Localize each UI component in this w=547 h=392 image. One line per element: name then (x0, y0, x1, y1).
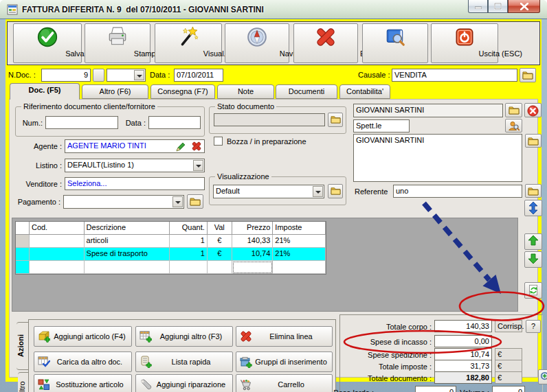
totals-detail-button[interactable] (538, 369, 547, 384)
referente-field[interactable]: uno (393, 185, 522, 198)
listino-combo[interactable]: DEFAULT(Listino 1) (65, 159, 205, 172)
navigator-button[interactable]: Navigatore (225, 23, 289, 63)
tab-note[interactable]: Note (217, 84, 274, 99)
minimize-button[interactable] (468, 0, 488, 13)
row-selector[interactable] (16, 248, 30, 261)
exit-button[interactable]: Uscita (ESC) (431, 23, 498, 63)
totale-corpo-field[interactable]: 140,33 (434, 320, 492, 332)
visualizzazione-lookup-button[interactable] (328, 184, 343, 198)
move-row-button[interactable] (524, 200, 542, 216)
cell-quant[interactable]: 1 (170, 248, 208, 261)
cell-quant[interactable] (170, 261, 208, 274)
col-prezzo[interactable]: Prezzo (232, 222, 274, 235)
ndoc-series-combo[interactable] (107, 69, 146, 82)
venditore-field[interactable]: Seleziona... (65, 177, 205, 190)
cell-descrizione[interactable]: Spese di trasporto (85, 248, 170, 261)
chevron-down-icon[interactable] (134, 70, 144, 80)
customer-lookup-button[interactable] (505, 103, 522, 117)
maximize-button[interactable] (488, 0, 508, 13)
other-button[interactable]: Altro (362, 23, 428, 63)
chevron-down-icon[interactable] (172, 196, 183, 207)
exit-button-label: Uscita (ESC) (432, 49, 522, 58)
rif-data-field[interactable] (148, 116, 201, 129)
ndoc-field[interactable]: 9 (41, 69, 91, 82)
refresh-lines-button[interactable] (524, 282, 542, 299)
add-article-button[interactable]: Aggiungi articolo (F4) (34, 326, 132, 347)
close-button[interactable] (508, 0, 540, 13)
cell-imposte[interactable] (273, 261, 326, 274)
delete-button[interactable]: Elimina (293, 23, 358, 63)
totale-imposte-field[interactable]: 31,73 (434, 360, 492, 372)
address-lookup-button[interactable] (525, 134, 542, 148)
visualizzazione-group-title: Visualizzazione (215, 172, 271, 181)
grid-row-2-selected[interactable]: Spese di trasporto 1 € 10,74 21% (16, 248, 326, 261)
causale-field[interactable]: VENDITA (392, 69, 517, 82)
corrisp-help-button[interactable]: ? (526, 320, 541, 333)
visualizzazione-combo[interactable]: Default (213, 185, 324, 198)
address-box[interactable]: GIOVANNI SARTINI (353, 134, 522, 182)
cell-val[interactable]: € (208, 248, 232, 261)
chevron-down-icon[interactable] (193, 160, 203, 171)
tab-altro[interactable]: Altro (F6) (82, 84, 148, 99)
row-up-button[interactable] (524, 233, 542, 250)
grid-row-1[interactable]: articoli 1 € 140,33 21% (16, 235, 326, 248)
cart-button[interactable]: Carrello (236, 374, 333, 392)
salutation-field[interactable]: Spett.le (353, 119, 410, 132)
save-button[interactable]: Salva (F12) (13, 23, 82, 63)
cell-cod[interactable] (30, 248, 85, 261)
num-field[interactable] (45, 116, 118, 129)
print-button[interactable]: Stampa (F9) (85, 23, 150, 63)
insert-groups-button[interactable]: Gruppi di inserimento (236, 351, 333, 372)
cell-descrizione[interactable] (85, 261, 170, 274)
tab-doc[interactable]: Doc. (F5) (10, 83, 80, 100)
cell-descrizione[interactable]: articoli (85, 235, 170, 248)
bozza-checkbox[interactable] (214, 137, 223, 146)
col-imposte[interactable]: Imposte (273, 222, 326, 235)
cell-imposte[interactable]: 21% (273, 235, 326, 248)
swap-article-button[interactable]: Sostituzione articolo (34, 374, 132, 392)
add-other-button[interactable]: Aggiungi altro (F3) (135, 326, 233, 347)
col-val[interactable]: Val (208, 222, 232, 235)
add-repair-button[interactable]: Aggiungi riparazione (135, 374, 233, 392)
edit-pencil-icon[interactable] (176, 141, 186, 152)
clear-agente-icon[interactable] (192, 141, 201, 151)
pagamento-lookup-button[interactable] (187, 194, 203, 209)
ndoc-more-button[interactable] (93, 69, 104, 82)
row-selector[interactable] (16, 261, 30, 274)
row-down-button[interactable] (524, 251, 542, 268)
spese-incasso-field[interactable]: 0,00 (434, 335, 492, 347)
quick-list-button[interactable]: Lista rapida (135, 351, 233, 372)
causale-lookup-button[interactable] (520, 68, 536, 82)
stato-lookup-button[interactable] (328, 113, 343, 127)
tab-documenti[interactable]: Documenti (276, 84, 337, 99)
data-field[interactable]: 07/10/2011 (174, 69, 223, 82)
grid-row-3-empty[interactable] (16, 261, 326, 274)
cell-prezzo[interactable]: 140,33 (232, 235, 274, 248)
customer-clear-button[interactable] (524, 103, 542, 117)
volume-field[interactable]: 0 (492, 386, 525, 392)
col-quant[interactable]: Quant. (170, 222, 208, 235)
tab-contabilita[interactable]: Contabilita' (339, 84, 390, 99)
delete-line-button[interactable]: Elimina linea (236, 326, 333, 347)
preview-button[interactable]: Visual. (F10) (155, 23, 222, 63)
cell-cod[interactable] (30, 261, 85, 274)
chevron-down-icon[interactable] (313, 186, 323, 197)
customer-name-field[interactable]: GIOVANNI SARTINI (353, 104, 503, 117)
row-selector[interactable] (16, 235, 30, 248)
cell-prezzo[interactable]: 10,74 (232, 248, 274, 261)
load-from-doc-button[interactable]: Carica da altro doc. (34, 351, 132, 372)
spese-spedizione-field[interactable]: 10,74 (434, 348, 492, 360)
cell-val[interactable]: € (208, 235, 232, 248)
cell-imposte[interactable]: 21% (273, 248, 326, 261)
contact-search-button[interactable] (505, 119, 522, 132)
pagamento-combo[interactable] (63, 195, 184, 209)
col-cod[interactable]: Cod. (30, 222, 85, 235)
tab-consegna[interactable]: Consegna (F7) (150, 84, 215, 99)
cell-prezzo-focused[interactable] (232, 261, 274, 274)
col-descrizione[interactable]: Descrizione (85, 222, 170, 235)
referente-lookup-button[interactable] (525, 184, 542, 198)
agente-field[interactable]: AGENTE MARIO TINTI (65, 139, 205, 153)
cell-cod[interactable] (30, 235, 85, 248)
cell-val[interactable] (208, 261, 232, 274)
cell-quant[interactable]: 1 (170, 235, 208, 248)
